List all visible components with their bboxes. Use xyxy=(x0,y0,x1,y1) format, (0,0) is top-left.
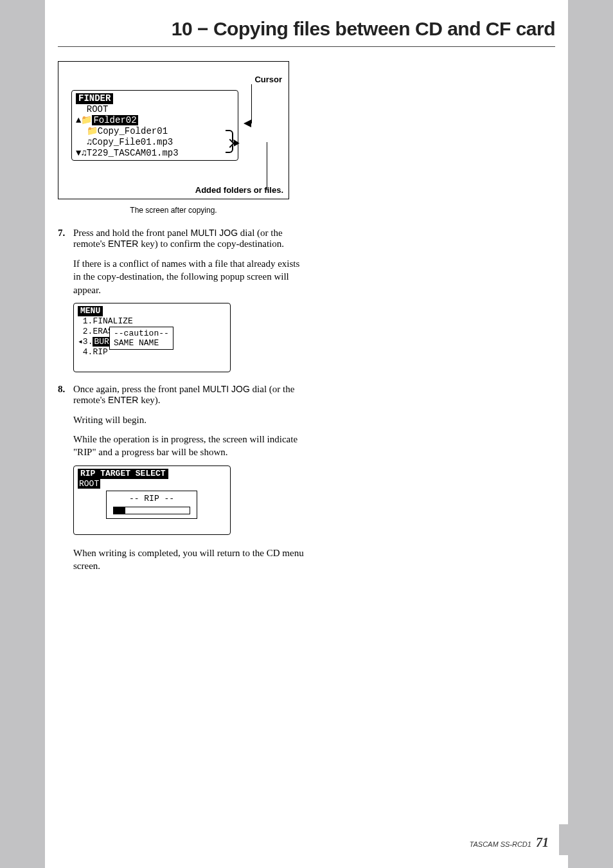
lcd-selected-row: ▲📁Folder02 xyxy=(76,115,234,126)
lcd-rip: RIP TARGET SELECT ROOT -- RIP -- xyxy=(73,466,231,535)
progress-fill xyxy=(114,507,125,514)
cursor-callout-line xyxy=(251,84,252,123)
lcd-rip-root: ROOT xyxy=(78,479,226,489)
cursor-callout-arrow xyxy=(244,120,251,127)
footer: TASCAM SS-RCD1 71 xyxy=(470,835,549,850)
step-8-para1: Writing will begin. xyxy=(73,413,308,426)
step-8: 8. Once again, press the front panel MUL… xyxy=(58,384,308,406)
lcd-row-3: 📁Copy_Folder01 xyxy=(76,126,234,137)
lcd-row-4: ♫Copy_File01.mp3 xyxy=(76,137,234,148)
step-8-para2: While the operation is in progress, the … xyxy=(73,433,308,459)
figure-finder: Cursor FINDER ROOT ▲📁Folder02 📁Copy_Fold… xyxy=(58,61,289,199)
content-column: Cursor FINDER ROOT ▲📁Folder02 📁Copy_Fold… xyxy=(58,61,308,579)
lcd-menu-l1: 1.FINALIZE xyxy=(78,316,226,327)
lcd-finder: FINDER ROOT ▲📁Folder02 📁Copy_Folder01 ♫C… xyxy=(71,90,238,161)
page-tab xyxy=(559,824,568,855)
lcd-menu: MENU 1.FINALIZE 2.ERAS ◂3.BURN 4.RIP --c… xyxy=(73,303,231,372)
step-8-text: Once again, press the front panel MULTI … xyxy=(73,384,308,406)
footer-model: TASCAM SS-RCD1 xyxy=(470,840,531,848)
same-name-popup: --caution-- SAME NAME xyxy=(109,327,173,350)
lcd-root: ROOT xyxy=(76,104,234,115)
progress-bar xyxy=(113,507,190,514)
added-label: Added folders or files. xyxy=(195,185,283,195)
lcd-rip-title: RIP TARGET SELECT xyxy=(78,469,168,479)
lcd-header: FINDER xyxy=(76,93,113,104)
step-7-text: Press and hold the front panel MULTI JOG… xyxy=(73,228,308,249)
step-7: 7. Press and hold the front panel MULTI … xyxy=(58,228,308,249)
page: 10 − Copying files between CD and CF car… xyxy=(45,0,568,868)
added-callout-line xyxy=(235,142,267,190)
step-8-after: When writing is completed, you will retu… xyxy=(73,547,308,573)
cursor-label: Cursor xyxy=(254,75,282,84)
page-number: 71 xyxy=(536,835,549,849)
step-7-para: If there is a conflict of names with a f… xyxy=(73,257,308,296)
step-8-number: 8. xyxy=(58,384,73,406)
figure1-caption: The screen after copying. xyxy=(58,206,289,215)
rip-popup: -- RIP -- xyxy=(106,491,197,519)
lcd-row-5: ▼♫T229_TASCAM01.mp3 xyxy=(76,148,234,159)
step-7-number: 7. xyxy=(58,228,73,249)
title-rule xyxy=(58,46,555,47)
rip-popup-text: -- RIP -- xyxy=(113,494,190,504)
chapter-title: 10 − Copying files between CD and CF car… xyxy=(172,18,555,40)
lcd-menu-header: MENU xyxy=(78,306,103,316)
popup-caution: --caution-- xyxy=(114,329,169,338)
popup-same-name: SAME NAME xyxy=(114,338,169,348)
